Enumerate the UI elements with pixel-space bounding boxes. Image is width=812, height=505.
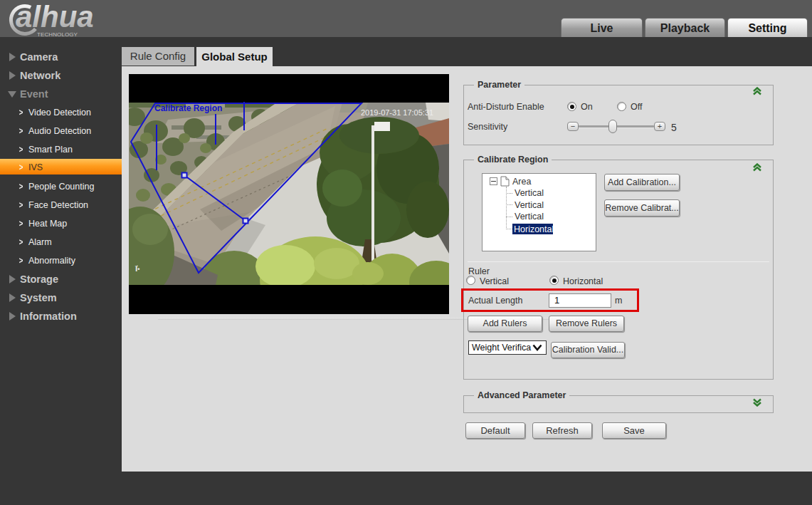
- svg-text:TECHNOLOGY: TECHNOLOGY: [37, 31, 78, 38]
- svg-text:2019-07-31 17:05:31: 2019-07-31 17:05:31: [361, 108, 433, 117]
- svg-text:I⃗•: I⃗•: [135, 265, 140, 273]
- svg-text:Calibrate Region: Calibrate Region: [154, 103, 222, 113]
